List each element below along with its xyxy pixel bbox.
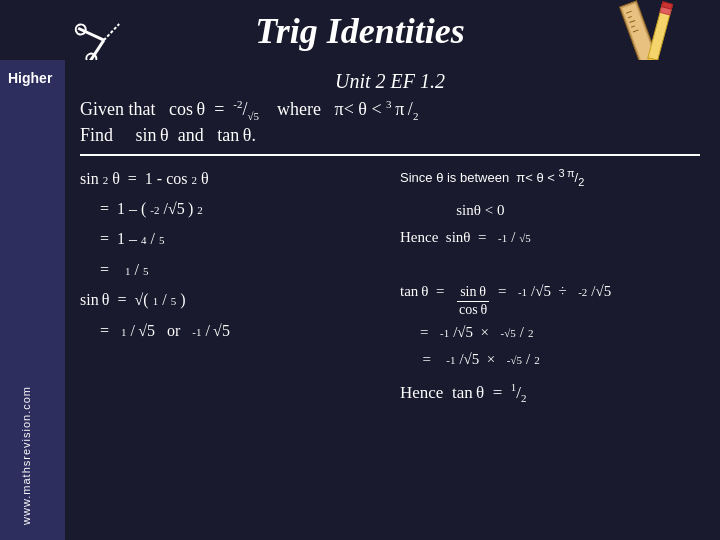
sin2-step2: = 1 – 4/5 [80,224,380,254]
sin-theta-values: = 1/ √5 or -1/ √5 [80,316,380,346]
higher-label: Higher [0,65,65,91]
svg-line-4 [100,24,122,40]
sin2-identity: sin2θ = 1 - cos2θ [80,164,380,194]
hence-tan-result: Hence tan θ = 1/2 [400,378,700,409]
find-line: Find sin θ and tan θ. [80,125,700,146]
content-grid: sin2θ = 1 - cos2θ = 1 – (-2/√5 )2 = 1 – … [80,164,700,410]
given-line: Given that cos θ = -2/√5 where π< θ < 3 … [80,98,700,122]
or-text: or [167,316,180,346]
unit-label: Unit 2 EF 1.2 [80,70,700,93]
hence-sin: Hence sinθ = -1/√5 [400,224,700,251]
header: Trig Identities [0,0,720,57]
tan-fraction: tan θ = sin θ cos θ = -1/√5 ÷ -2/√5 [400,278,700,319]
divider [80,154,700,156]
sin2-step3: = 1/5 [80,255,380,285]
url-label: www.mathsrevision.com [0,376,65,535]
page: Trig Identities Highe [0,0,720,540]
hence-tan: = -1/√5 × -√5/2 [400,346,700,373]
sidebar: Higher www.mathsrevision.com [0,60,65,540]
sin-negative-note: sinθ < 0 [400,197,700,224]
tan-calc: = -1/√5 × -√5/2 [400,319,700,346]
right-column: Since θ is between π< θ < 3 π/2 sinθ < 0… [400,164,700,410]
since-note: Since θ is between π< θ < 3 π/2 [400,164,700,193]
left-column: sin2θ = 1 - cos2θ = 1 – (-2/√5 )2 = 1 – … [80,164,380,410]
main-content: Unit 2 EF 1.2 Given that cos θ = -2/√5 w… [65,60,720,540]
sin-theta-eq: sin θ = √(1/5) [80,285,380,315]
sin2-step1: = 1 – (-2/√5 )2 [80,194,380,224]
page-title: Trig Identities [255,10,465,52]
